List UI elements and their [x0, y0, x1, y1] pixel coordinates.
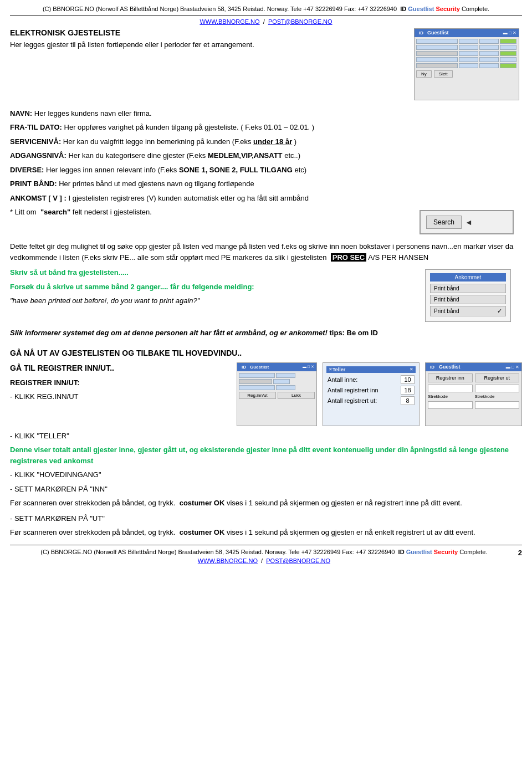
- teller-reg-inn-val: 18: [401, 386, 415, 395]
- ankommet-title: Ankommet: [430, 273, 506, 282]
- teller-reg-ut-label: Antall registrert ut:: [328, 397, 377, 404]
- fields-section: NAVN: Her legges kundens navn eller firm…: [10, 108, 522, 204]
- inn-desc: Før scanneren over strekkoden på båndet,…: [10, 498, 522, 509]
- print-title: Skriv så ut bånd fra gjestelisten.....: [10, 267, 417, 278]
- footer-links: WWW.BBNORGE.NO / POST@BBNORGE.NO: [10, 556, 522, 566]
- ut-desc-text: Før scanneren over strekkoden på båndet,…: [10, 528, 175, 536]
- header-guestlist: Guestlist: [408, 6, 434, 12]
- search-button[interactable]: Search: [426, 216, 462, 229]
- field-navn-desc: Her legges kundens navn eller firma.: [34, 109, 152, 117]
- field-adgang-emphasis: MEDLEM,VIP,ANSATT: [208, 151, 283, 160]
- ankomst: ANKOMST [ V ] : I gjestelisten registrer…: [10, 193, 522, 204]
- print-quote: "have been printed out before!, do you w…: [10, 295, 417, 306]
- teller-mock: ✕ Teller ✕ Antall inne: 10 Antall regist…: [323, 362, 420, 426]
- step2-text: - KLIKK "TELLER": [10, 432, 69, 440]
- teller-antall-inne-label: Antall inne:: [328, 376, 357, 383]
- search-mock: Search ◄: [420, 210, 514, 234]
- go-out-title: GÅ NÅ UT AV GJESTELISTEN OG TILBAKE TIL …: [10, 347, 522, 359]
- field-navn: NAVN: Her legges kundens navn eller firm…: [10, 108, 522, 119]
- header-links: WWW.BBNORGE.NO / POST@BBNORGE.NO: [10, 18, 522, 25]
- gl-register-inn-btn[interactable]: Registrer inn: [428, 373, 473, 382]
- print-btn-2[interactable]: Print bånd: [430, 295, 506, 304]
- search-label-rest: felt nederst i gjestelisten.: [73, 208, 152, 216]
- field-diverse: DIVERSE: Her legges inn annen relevant i…: [10, 165, 522, 176]
- print-btn-3[interactable]: Print bånd ✓: [430, 306, 506, 316]
- search-arrow-icon: ◄: [465, 218, 473, 227]
- field-adgang-label: ADGANGSNIVÅ:: [10, 151, 66, 160]
- go-register-title: GÅ TIL REGISTRER INN/UT..: [10, 362, 231, 374]
- print-btn-3-label: Print bånd: [434, 308, 459, 314]
- field-service-emphasis: under 18 år: [253, 137, 292, 146]
- footer-www-link[interactable]: WWW.BBNORGE.NO: [198, 557, 258, 564]
- guestlist-right-mock: ID Guestlist ▬ □ ✕ Registrer inn Registr…: [425, 362, 522, 426]
- page: (C) BBNORGE.NO (Norwolf AS Billettbånd N…: [0, 0, 532, 575]
- print-btn-1[interactable]: Print bånd: [430, 284, 506, 293]
- go-register-title-text: GÅ TIL REGISTRER INN/UT..: [10, 364, 114, 372]
- register-innut-label: REGISTRER INN/UT:: [10, 378, 80, 387]
- field-service-label: SERVICENIVÅ:: [10, 137, 61, 146]
- header-post-link[interactable]: POST@BBNORGE.NO: [268, 18, 332, 25]
- field-service-end: ): [294, 137, 296, 146]
- teller-reg-inn-label: Antall registrert inn: [328, 387, 378, 393]
- field-dato-label: FRA-TIL DATO:: [10, 123, 62, 131]
- search-label-start: * Litt om: [10, 208, 37, 216]
- tips-text: tips: Be om ID: [330, 329, 378, 337]
- footer-guestlist: Guestlist: [406, 549, 432, 555]
- print-warning1-text: Forsøk du å skrive ut samme bånd 2 gange…: [10, 283, 254, 291]
- search-desc: Dette feltet gir deg mulighet til og søk…: [10, 241, 522, 263]
- teller-desc-text: Denne viser totalt antall gjester inne, …: [10, 446, 509, 465]
- field-service-desc: Her kan du valgfritt legge inn bemerknin…: [63, 137, 253, 146]
- field-adgang-end: etc..): [284, 151, 300, 160]
- step5: - SETT MARKØREN PÅ "UT": [10, 513, 522, 524]
- header-security: Security: [436, 6, 459, 12]
- header-top: (C) BBNORGE.NO (Norwolf AS Billettbånd N…: [10, 4, 522, 16]
- ankomst-label: ANKOMST [ V ] :: [10, 194, 66, 202]
- field-adgang-desc: Her kan du kategorisere dine gjester (F.…: [68, 151, 207, 160]
- footer-line1: (C) BBNORGE.NO (Norwolf AS Billettbånd N…: [10, 547, 522, 557]
- inn-bold: costumer OK: [180, 499, 225, 507]
- field-navn-label: NAVN:: [10, 109, 32, 117]
- gl-input-left[interactable]: [428, 401, 473, 409]
- header-www-link[interactable]: WWW.BBNORGE.NO: [200, 18, 259, 25]
- ut-bold: costumer OK: [180, 528, 225, 536]
- field-diverse-desc: Her legges inn annen relevant info (F.ek…: [46, 166, 179, 174]
- field-diverse-emphasis: SONE 1, SONE 2, FULL TILGANG: [179, 166, 293, 174]
- gl-strekkode-inn[interactable]: [428, 385, 473, 392]
- print-btn-1-label: Print bånd: [434, 285, 459, 291]
- search-keyword: "search": [40, 208, 70, 216]
- teller-antall-inne-val: 10: [401, 375, 415, 384]
- guestlist-mini-mock: ID Guestlist ▬ □ ✕ Reg.inn/ut: [237, 362, 317, 426]
- ankomst-desc: I gjestelisten registreres (V) kunden au…: [68, 194, 309, 202]
- field-service: SERVICENIVÅ: Her kan du valgfritt legge …: [10, 136, 522, 147]
- ankommet-mock: Ankommet Print bånd Print bånd Print bån…: [425, 269, 511, 322]
- footer: 2 (C) BBNORGE.NO (Norwolf AS Billettbånd…: [10, 545, 522, 566]
- teller-reg-ut-val: 8: [401, 396, 415, 405]
- gl-input-right[interactable]: [475, 401, 520, 409]
- gl-strekkode-ut[interactable]: [475, 385, 520, 392]
- print-warning1: Forsøk du å skrive ut samme bånd 2 gange…: [10, 282, 417, 293]
- header-id: ID: [400, 6, 406, 12]
- field-diverse-end: etc): [294, 166, 306, 174]
- search-desc-text: Dette feltet gir deg mulighet til og søk…: [10, 242, 513, 262]
- ut-desc: Før scanneren over strekkoden på båndet,…: [10, 527, 522, 538]
- go-out-title-text: GÅ NÅ UT AV GJESTELISTEN OG TILBAKE TIL …: [10, 349, 242, 357]
- footer-security: Security: [434, 549, 458, 555]
- footer-text: (C) BBNORGE.NO (Norwolf AS Billettbånd N…: [40, 549, 395, 555]
- inn-end: vises i 1 sekund på skjermen og gjesten …: [227, 499, 462, 507]
- prosec-badge: PRO SEC: [331, 253, 367, 262]
- teller-desc: Denne viser totalt antall gjester inne, …: [10, 444, 522, 466]
- print-band-desc: Her printes bånd ut med gjestens navn og…: [59, 180, 254, 188]
- name-example: A/S PER HANSEN: [368, 253, 428, 262]
- step3: - KLIKK "HOVEDINNGANG": [10, 469, 522, 480]
- print-btn-2-label: Print bånd: [434, 296, 459, 303]
- footer-post-link[interactable]: POST@BBNORGE.NO: [266, 557, 330, 564]
- section-title: ELEKTRONISK GJESTELISTE: [10, 28, 408, 37]
- print-band: PRINT BÅND: Her printes bånd ut med gjes…: [10, 178, 522, 190]
- step4: - SETT MARKØREN PÅ "INN": [10, 484, 522, 495]
- italic-warning-text: Slik informerer systemet deg om at denne…: [10, 329, 328, 337]
- gl-register-ut-btn[interactable]: Registrer ut: [475, 373, 520, 382]
- field-dato-desc: Her oppføres varighet på kunden tilgang …: [64, 123, 315, 131]
- header-complete: Complete.: [462, 6, 489, 12]
- ut-end: vises i 1 sekund på skjermen og gjesten …: [227, 528, 475, 536]
- page-number: 2: [518, 547, 522, 559]
